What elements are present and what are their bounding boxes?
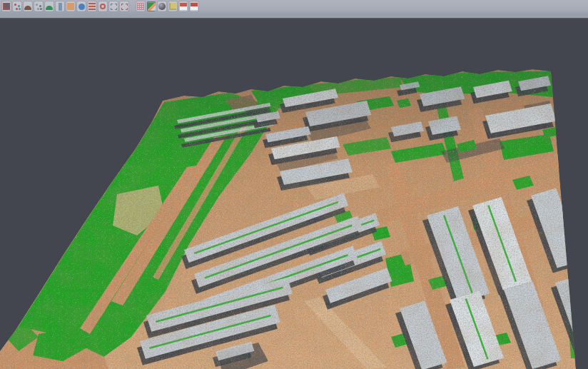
red-ring-icon[interactable] [98, 1, 107, 11]
red-lines-icon-glyph [88, 3, 96, 10]
depth-fade [0, 68, 588, 168]
toolbar-separator [131, 1, 136, 11]
colored-points-icon[interactable] [13, 1, 21, 11]
red-crop-icon-glyph [121, 4, 128, 10]
green-hill-icon-glyph [46, 6, 53, 10]
orange-square-icon-glyph [67, 3, 74, 10]
main-toolbar [0, 0, 588, 19]
sphere-icon-glyph [158, 3, 166, 10]
yellow-tile-icon[interactable] [168, 1, 177, 11]
point-cloud-render [0, 0, 588, 369]
viewport-3d[interactable] [0, 19, 588, 369]
globe-icon-glyph [78, 4, 85, 10]
red-crop-icon[interactable] [120, 1, 128, 11]
column-icon[interactable] [56, 1, 64, 11]
sphere-icon[interactable] [158, 1, 166, 11]
green-hill-icon[interactable] [45, 1, 54, 11]
yellow-tile-icon-glyph [169, 3, 176, 10]
dark-tile-icon[interactable] [2, 1, 11, 11]
brown-hill-icon-glyph [24, 6, 31, 10]
colored-points-icon-glyph [14, 4, 16, 6]
red-selection-icon[interactable] [109, 1, 118, 11]
red-lines-icon[interactable] [88, 1, 96, 11]
globe-icon[interactable] [77, 1, 86, 11]
orange-square-icon[interactable] [66, 1, 75, 11]
classification-icon-glyph [148, 3, 156, 11]
red-white-flag-icon[interactable] [179, 1, 188, 11]
gray-points-icon[interactable] [34, 1, 43, 11]
red-ring-icon-glyph [100, 4, 106, 9]
red-selection-icon-glyph [111, 4, 117, 10]
pink-grid-icon[interactable] [136, 1, 145, 11]
dark-tile-icon-glyph [3, 3, 10, 10]
classification-icon[interactable] [147, 1, 156, 11]
red-white-tile-icon-glyph [191, 3, 198, 10]
pink-grid-icon-glyph [137, 3, 144, 10]
red-white-tile-icon[interactable] [190, 1, 198, 11]
application-window [0, 0, 588, 369]
gray-points-icon-glyph [36, 4, 38, 6]
column-icon-glyph [59, 3, 62, 11]
red-white-flag-icon-glyph [180, 3, 187, 10]
brown-hill-icon[interactable] [24, 1, 32, 11]
